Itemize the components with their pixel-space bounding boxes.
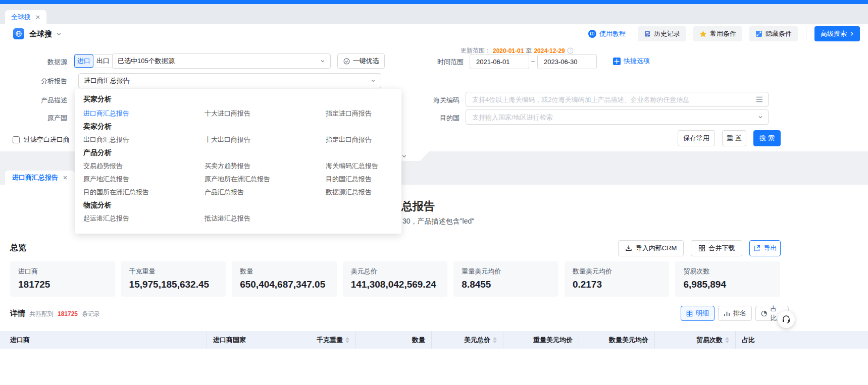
import-toggle[interactable]: 进口	[74, 54, 93, 68]
export-toggle[interactable]: 出口	[93, 54, 113, 68]
date-to-field[interactable]	[537, 54, 597, 69]
hs-code-field[interactable]	[466, 92, 769, 107]
list-icon[interactable]	[756, 96, 763, 102]
product-desc-label: 产品描述	[10, 96, 67, 105]
merge-download-button[interactable]: 合并下载	[691, 240, 742, 256]
menu-item[interactable]: 交易趋势报告	[83, 161, 123, 171]
stat-label: 重量美元均价	[462, 267, 550, 276]
column-header-usd-per-weight[interactable]: 重量美元均价	[503, 331, 579, 349]
menu-item[interactable]: 指定进口商报告	[326, 109, 372, 118]
update-range-to: 2024-12-29	[534, 47, 565, 54]
sort-icon[interactable]	[345, 337, 349, 343]
app-window: 全球搜 全球搜 使用教程 历史记录 常用条件 隐藏条件 高级搜索	[0, 0, 868, 385]
column-header-quantity[interactable]: 数量	[356, 331, 432, 349]
import-crm-button[interactable]: 导入内部CRM	[618, 240, 684, 256]
menu-item[interactable]: 出口商汇总报告	[83, 135, 129, 144]
stat-card-kg-weight: 千克重量 15,975,185,632.45	[121, 261, 226, 297]
page-tab-global-search[interactable]: 全球搜	[5, 10, 46, 24]
column-header-trade-count[interactable]: 贸易次数	[655, 331, 736, 349]
stat-label: 千克重量	[129, 267, 218, 276]
menu-item[interactable]: 买卖方趋势报告	[205, 161, 250, 171]
menu-item[interactable]: 目的国汇总报告	[326, 175, 372, 184]
column-header-importer[interactable]: 进口商	[0, 331, 207, 349]
search-button[interactable]: 搜 索	[753, 130, 781, 146]
column-header-usd-total[interactable]: 美元总价	[432, 331, 503, 349]
filter-blank-option: 过滤空白进口商	[13, 135, 70, 144]
menu-item[interactable]: 十大出口商报告	[205, 135, 250, 144]
view-ranking-button[interactable]: 排名	[718, 306, 752, 321]
menu-item[interactable]: 十大进口商报告	[205, 109, 250, 118]
column-header-usd-per-qty[interactable]: 数量美元均价	[579, 331, 655, 349]
sort-icon[interactable]	[493, 337, 497, 343]
report-type-value: 进口商汇总报告	[84, 76, 371, 85]
overview-title: 总览	[10, 243, 26, 253]
export-button[interactable]: 导出	[749, 240, 781, 256]
datasource-select-value: 已选中105个数据源	[118, 57, 320, 66]
datasource-label: 数据源	[10, 58, 67, 67]
destination-input[interactable]	[471, 113, 755, 122]
menu-item[interactable]: 指定出口商报告	[326, 135, 372, 144]
menu-item[interactable]: 数据源汇总报告	[326, 188, 372, 197]
hide-conditions-button[interactable]: 隐藏条件	[749, 26, 798, 41]
chevron-down-icon	[758, 115, 763, 120]
destination-field[interactable]	[466, 109, 769, 125]
customer-service-fab[interactable]	[778, 311, 795, 328]
save-favorite-button[interactable]: 保存常用	[678, 130, 715, 146]
view-detail-button[interactable]: 明细	[681, 306, 714, 321]
stat-card-quantity: 数量 650,404,687,347.05	[232, 261, 337, 297]
favorites-button[interactable]: 常用条件	[693, 26, 742, 41]
stat-label: 贸易次数	[683, 267, 772, 276]
menu-item[interactable]: 抵达港汇总报告	[205, 214, 250, 223]
advanced-search-button[interactable]: 高级搜索	[814, 26, 860, 41]
time-range-label: 时间范围	[432, 58, 464, 67]
quick-options-link[interactable]: 快捷选项	[613, 57, 650, 66]
merge-download-icon	[698, 245, 705, 252]
hs-code-input[interactable]	[471, 95, 753, 104]
quick-options-label: 快捷选项	[624, 57, 650, 66]
sort-icon[interactable]	[725, 337, 729, 343]
report-tab[interactable]: 进口商汇总报告	[5, 171, 75, 185]
results-table-header: 进口商 进口商国家 千克重量 数量 美元总价 重量美元均价 数量美元均价 贸易次…	[0, 331, 868, 349]
chevron-down-icon[interactable]	[56, 31, 62, 37]
date-from-field[interactable]	[470, 54, 529, 69]
one-click-select-button[interactable]: 一键优选	[337, 53, 385, 69]
menu-item[interactable]: 产品汇总报告	[205, 188, 244, 197]
reset-button[interactable]: 重 置	[722, 130, 746, 146]
overview-stats: 进口商 181725 千克重量 15,975,185,632.45 数量 650…	[10, 261, 780, 297]
menu-item[interactable]: 原产地所在洲汇总报告	[205, 175, 270, 184]
detail-title: 详情	[10, 309, 25, 318]
close-icon[interactable]	[35, 15, 40, 20]
report-type-select[interactable]: 进口商汇总报告	[78, 73, 381, 88]
stat-label: 数量	[240, 267, 329, 276]
one-click-label: 一键优选	[353, 57, 379, 66]
filter-blank-label: 过滤空白进口商	[24, 135, 70, 144]
menu-item[interactable]: 进口商汇总报告	[83, 109, 129, 118]
close-icon[interactable]	[63, 175, 68, 180]
stat-value: 8.8455	[462, 279, 550, 290]
trade-direction-toggle: 进口 出口	[74, 54, 113, 68]
datasource-select[interactable]: 已选中105个数据源	[112, 53, 331, 69]
menu-section-title: 买家分析	[83, 95, 112, 104]
header-divider	[806, 28, 806, 39]
stat-value: 0.2173	[573, 279, 661, 290]
tutorial-link[interactable]: 使用教程	[588, 29, 626, 38]
hs-code-label: 海关编码	[427, 96, 459, 105]
question-circle-icon[interactable]: ?	[567, 47, 574, 54]
menu-section-title: 产品分析	[83, 148, 112, 157]
headset-icon	[782, 315, 791, 324]
menu-item[interactable]: 海关编码汇总报告	[326, 161, 378, 171]
column-header-importer-country[interactable]: 进口商国家	[207, 331, 280, 349]
stat-label: 进口商	[18, 267, 107, 276]
column-header-kg-weight[interactable]: 千克重量	[280, 331, 356, 349]
table-icon	[686, 310, 693, 317]
filter-blank-checkbox[interactable]	[13, 136, 20, 143]
menu-item[interactable]: 起运港汇总报告	[83, 214, 129, 223]
column-header-share[interactable]: 占比	[736, 331, 868, 349]
stat-label: 数量美元均价	[573, 267, 661, 276]
menu-item[interactable]: 原产地汇总报告	[83, 175, 129, 184]
menu-item[interactable]: 目的国所在洲汇总报告	[83, 188, 149, 197]
top-accent-bar	[0, 0, 868, 4]
history-button[interactable]: 历史记录	[638, 26, 686, 41]
chevron-down-icon	[401, 153, 407, 159]
matched-suffix: 条记录	[82, 310, 100, 318]
